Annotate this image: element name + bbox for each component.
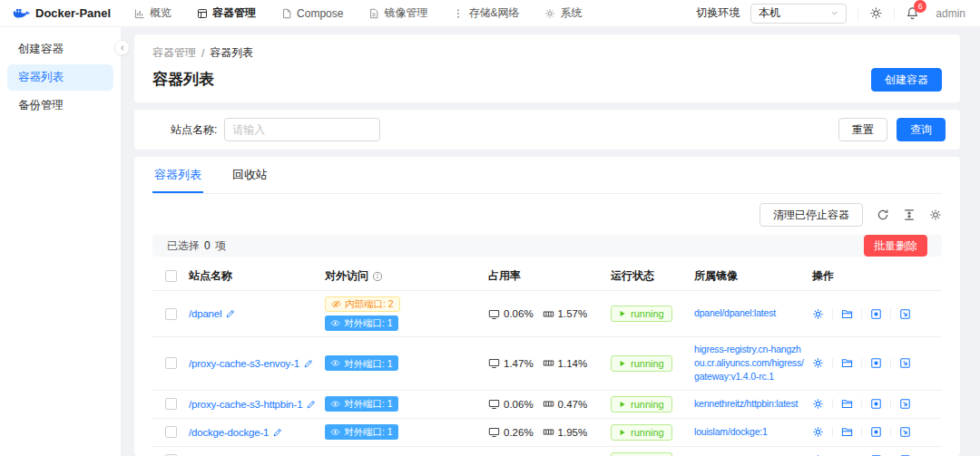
table-settings-gear-icon[interactable] [929, 209, 942, 221]
image-link[interactable]: higress-registry.cn-hangzhou.cr.aliyuncs… [694, 343, 805, 384]
row-checkbox[interactable] [165, 357, 177, 369]
memory-usage: 0.47% [543, 398, 588, 410]
edit-name-button[interactable] [303, 358, 314, 369]
tab-1[interactable]: 回收站 [230, 157, 270, 193]
env-select[interactable]: 本机 [750, 4, 847, 24]
page-title: 容器列表 [152, 69, 942, 90]
play-icon [619, 310, 626, 317]
sidebar-item-1[interactable]: 容器列表 [7, 64, 113, 91]
nav-item-1[interactable]: 容器管理 [197, 5, 256, 21]
breadcrumb: 容器管理 / 容器列表 [152, 45, 942, 61]
breadcrumb-parent[interactable]: 容器管理 [152, 45, 196, 61]
refresh-icon[interactable] [877, 209, 889, 221]
port-tag-blue[interactable]: 对外端口: 1 [325, 396, 398, 412]
nav-item-2[interactable]: Compose [281, 7, 343, 20]
port-tag-blue[interactable]: 对外端口: 1 [325, 424, 398, 440]
divider [861, 309, 862, 319]
sidebar: 创建容器容器列表备份管理 [0, 27, 122, 456]
row-checkbox[interactable] [165, 398, 177, 410]
nav-item-5[interactable]: 系统 [544, 5, 582, 21]
container-terminal-button[interactable] [899, 398, 911, 410]
container-settings-button[interactable] [812, 308, 824, 320]
table-row: /proxy-cache-s3-envoy-1对外端口: 11.47%1.14%… [152, 337, 942, 391]
site-name-label: 站点名称: [171, 122, 217, 138]
column-header-usage: 占用率 [488, 264, 611, 290]
sidebar-item-0[interactable]: 创建容器 [7, 36, 113, 63]
table-row: /dpanel-plugin-explorer0.00%0.03%running… [152, 447, 942, 456]
nav-item-0[interactable]: 概览 [134, 5, 172, 21]
create-container-button[interactable]: 创建容器 [871, 68, 942, 92]
container-settings-button[interactable] [812, 357, 824, 369]
table-body: /dpanel内部端口: 2对外端口: 10.06%1.57%runningdp… [152, 291, 942, 456]
status-badge: running [611, 396, 672, 412]
brand[interactable]: Docker-Panel [13, 6, 111, 20]
eye-icon [330, 399, 340, 409]
column-header-access: 对外访问 [325, 264, 488, 290]
reset-button[interactable]: 重置 [838, 118, 887, 141]
row-checkbox[interactable] [165, 308, 177, 320]
divider [858, 7, 858, 20]
container-files-button[interactable] [841, 398, 853, 410]
container-log-button[interactable] [870, 308, 882, 320]
divider [832, 309, 833, 319]
search-button[interactable]: 查询 [897, 118, 946, 141]
container-log-button[interactable] [870, 357, 882, 369]
username[interactable]: admin [936, 7, 965, 20]
play-icon [619, 429, 626, 436]
env-switch-label: 切换环境 [696, 5, 740, 21]
container-name-link[interactable]: /dpanel [189, 308, 221, 319]
batch-delete-button[interactable]: 批量删除 [864, 235, 927, 257]
edit-name-button[interactable] [306, 399, 317, 410]
selection-alert: 已选择 0 项 批量删除 [152, 235, 942, 257]
row-checkbox[interactable] [165, 426, 177, 438]
clean-stopped-button[interactable]: 清理已停止容器 [760, 203, 863, 227]
select-all-checkbox[interactable] [165, 270, 177, 282]
container-files-button[interactable] [841, 308, 853, 320]
notification-bell-button[interactable]: 6 [906, 6, 919, 20]
tab-0[interactable]: 容器列表 [152, 157, 203, 193]
sidebar-collapse-button[interactable] [114, 40, 130, 55]
container-terminal-button[interactable] [899, 426, 911, 438]
nav-item-3[interactable]: 镜像管理 [368, 5, 427, 21]
port-tag-orange[interactable]: 内部端口: 2 [325, 296, 400, 312]
image-link[interactable]: dpanel/dpanel:latest [694, 306, 776, 320]
container-settings-button[interactable] [812, 398, 824, 410]
container-log-button[interactable] [870, 398, 882, 410]
container-name-link[interactable]: /dockge-dockge-1 [189, 427, 269, 438]
divider [890, 309, 891, 319]
container-log-button[interactable] [870, 426, 882, 438]
eye-invisible-icon [331, 299, 341, 309]
settings-gear-button[interactable] [869, 6, 883, 20]
memory-usage: 1.14% [543, 357, 588, 369]
edit-name-button[interactable] [272, 427, 283, 438]
status-badge: running [611, 306, 672, 322]
container-settings-button[interactable] [812, 426, 824, 438]
container-name-link[interactable]: /proxy-cache-s3-httpbin-1 [189, 399, 302, 410]
container-files-button[interactable] [841, 426, 853, 438]
cpu-usage: 0.06% [488, 398, 534, 410]
port-tag-blue[interactable]: 对外端口: 1 [325, 355, 398, 371]
table-header: 站点名称 对外访问 占用率 运行状态 所属镜像 操作 [152, 264, 942, 291]
container-terminal-button[interactable] [899, 357, 911, 369]
notification-badge: 6 [914, 0, 926, 13]
container-files-button[interactable] [841, 357, 853, 369]
image-link[interactable]: kennethreitz/httpbin:latest [694, 397, 798, 411]
status-badge: running [611, 452, 672, 456]
eye-icon [330, 318, 340, 328]
column-header-image: 所属镜像 [694, 264, 812, 290]
memory-usage: 1.95% [543, 426, 588, 438]
filter-bar: 站点名称: 重置 查询 [134, 110, 960, 150]
cpu-usage: 0.26% [488, 426, 534, 438]
container-terminal-button[interactable] [899, 308, 911, 320]
site-name-input[interactable] [224, 118, 380, 141]
sidebar-item-2[interactable]: 备份管理 [7, 92, 113, 119]
play-icon [619, 360, 626, 367]
container-name-link[interactable]: /proxy-cache-s3-envoy-1 [189, 358, 299, 369]
divider [890, 427, 891, 437]
nav-item-4[interactable]: 存储&网络 [453, 5, 519, 21]
edit-name-button[interactable] [225, 308, 236, 319]
info-circle-icon[interactable] [372, 271, 383, 282]
port-tag-blue[interactable]: 对外端口: 1 [325, 315, 398, 331]
image-link[interactable]: louislam/dockge:1 [694, 425, 768, 439]
column-height-icon[interactable] [903, 209, 916, 221]
